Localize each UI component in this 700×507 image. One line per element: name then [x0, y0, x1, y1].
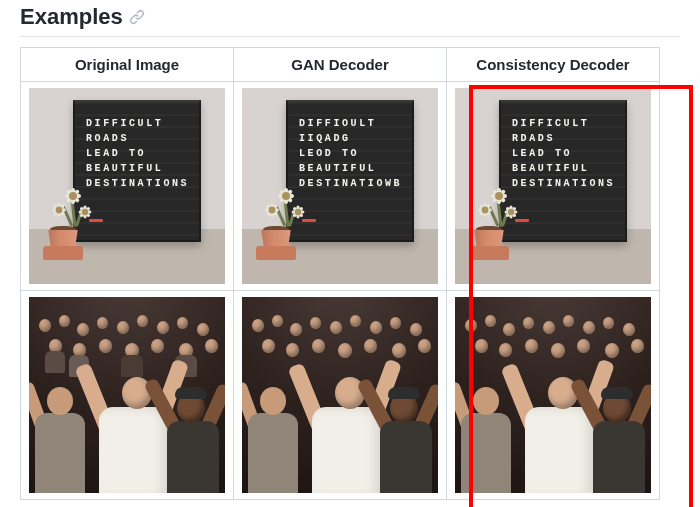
- cell-r2c2: [234, 291, 447, 500]
- section-heading-text: Examples: [20, 4, 123, 30]
- section-heading: Examples: [20, 4, 680, 37]
- cell-r1c1: DIFFICULT ROADS LEAD TO BEAUTIFUL DESTIN…: [21, 82, 234, 291]
- board-text: DIFFICULT RDADS LEAD TO BEAUTIFUL DESTIN…: [512, 118, 615, 189]
- image-crowd-original: [29, 297, 225, 493]
- image-letterboard-gan: DIFFIOULT IIQADG LEOD TO BEAUTIFUL DESTI…: [242, 88, 438, 284]
- examples-table: Original Image GAN Decoder Consistency D…: [20, 47, 660, 500]
- cell-r1c2: DIFFIOULT IIQADG LEOD TO BEAUTIFUL DESTI…: [234, 82, 447, 291]
- anchor-link-icon[interactable]: [129, 9, 145, 25]
- col-header-gan: GAN Decoder: [234, 48, 447, 82]
- col-header-consistency: Consistency Decoder: [447, 48, 660, 82]
- image-letterboard-original: DIFFICULT ROADS LEAD TO BEAUTIFUL DESTIN…: [29, 88, 225, 284]
- image-crowd-gan: [242, 297, 438, 493]
- image-crowd-consistency: [455, 297, 651, 493]
- board-text: DIFFICULT ROADS LEAD TO BEAUTIFUL DESTIN…: [86, 118, 189, 189]
- cell-r2c3: [447, 291, 660, 500]
- col-header-original: Original Image: [21, 48, 234, 82]
- cell-r2c1: [21, 291, 234, 500]
- table-row: [21, 291, 660, 500]
- examples-wrapper: Original Image GAN Decoder Consistency D…: [20, 47, 680, 500]
- cell-r1c3: DIFFICULT RDADS LEAD TO BEAUTIFUL DESTIN…: [447, 82, 660, 291]
- image-letterboard-consistency: DIFFICULT RDADS LEAD TO BEAUTIFUL DESTIN…: [455, 88, 651, 284]
- board-text: DIFFIOULT IIQADG LEOD TO BEAUTIFUL DESTI…: [299, 118, 402, 189]
- table-row: DIFFICULT ROADS LEAD TO BEAUTIFUL DESTIN…: [21, 82, 660, 291]
